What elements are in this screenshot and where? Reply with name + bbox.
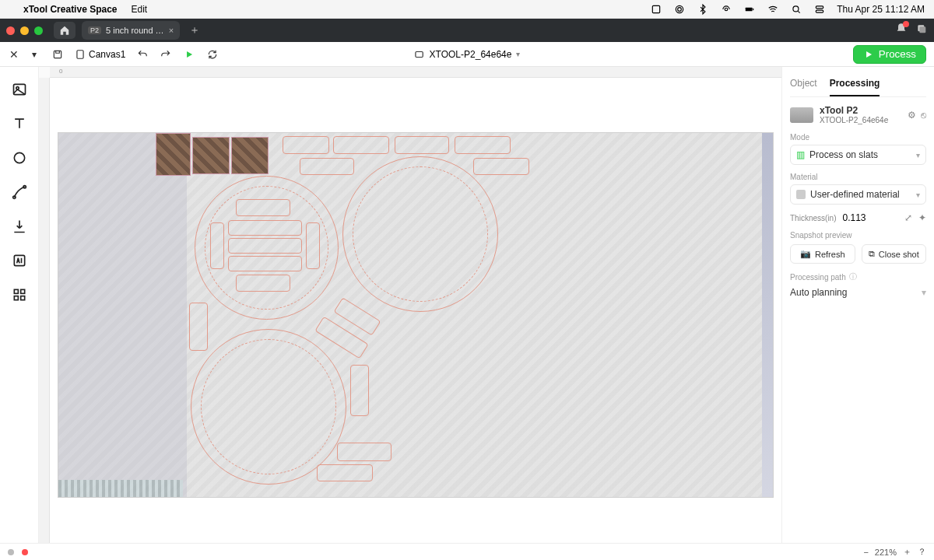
undo-icon[interactable] [136,48,149,61]
canvas-name[interactable]: Canvas1 [75,49,125,60]
vector-circle-dashed[interactable] [353,166,488,302]
vector-rect[interactable] [473,158,529,175]
tray-icon-1[interactable] [650,3,662,16]
vector-rect[interactable] [333,136,389,154]
battery-icon[interactable] [743,3,756,16]
thickness-label: Thickness(in) [790,214,836,222]
import-tool-icon[interactable] [11,218,28,235]
text-tool-icon[interactable] [11,115,28,132]
zoom-window-icon[interactable] [34,26,43,35]
zoom-value: 221% [875,548,897,557]
layers-icon[interactable] [915,23,928,38]
canvas-area[interactable]: 0 [39,67,781,543]
mode-label: Mode [790,133,926,142]
shape-tool-icon[interactable] [11,149,28,166]
measure-icon[interactable]: ✦ [918,212,926,223]
menubar-datetime[interactable]: Thu Apr 25 11:12 AM [837,4,925,15]
home-button[interactable] [54,22,75,39]
info-icon[interactable]: ⓘ [849,271,857,282]
snapshot-label: Snapshot preview [790,231,926,240]
wifi-icon[interactable] [767,3,779,16]
vector-rect[interactable] [350,365,369,416]
refresh-button[interactable]: 📷 Refresh [790,244,855,264]
svg-rect-0 [653,5,660,12]
refresh-icon[interactable] [206,48,219,61]
vector-circle-dashed[interactable] [201,339,336,474]
close-window-icon[interactable] [6,26,15,35]
new-tab-button[interactable]: ＋ [186,22,203,39]
autofocus-icon[interactable]: ⤢ [904,212,912,223]
svg-rect-21 [20,289,24,293]
vector-rect[interactable] [228,256,302,271]
tab-processing[interactable]: Processing [830,75,880,96]
window-tabbar: P2 5 inch round … × ＋ [0,19,934,42]
spotlight-icon[interactable] [790,3,802,16]
vector-tool-icon[interactable] [11,184,28,201]
vector-rect[interactable] [236,199,290,216]
svg-rect-10 [919,26,925,33]
traffic-lights[interactable] [6,26,43,35]
menu-edit[interactable]: Edit [132,4,148,15]
close-icon[interactable]: ✕ [8,48,20,61]
vector-rect[interactable] [300,158,354,175]
svg-point-6 [793,5,799,11]
material-select[interactable]: User-defined material ▾ [790,184,926,205]
zoom-out-button[interactable]: − [863,548,868,557]
help-icon[interactable]: ？ [918,546,926,558]
cloud-icon[interactable] [673,3,686,16]
device-selector[interactable]: XTOOL-P2_64e64e ▾ [414,49,521,60]
vector-rect[interactable] [337,443,392,461]
vector-rect[interactable] [317,464,373,481]
control-center-icon[interactable] [813,3,826,16]
vector-rect[interactable] [228,220,302,236]
vector-rect[interactable] [306,222,320,269]
status-dot-red-icon[interactable] [22,549,28,555]
vector-rect[interactable] [228,238,302,254]
tab-object[interactable]: Object [790,75,817,96]
svg-rect-12 [77,50,83,58]
apps-tool-icon[interactable] [11,286,28,303]
vector-rect[interactable] [236,275,290,292]
closeshot-button[interactable]: ⧉ Close shot [862,244,927,264]
vector-rect[interactable] [395,136,449,154]
device-settings-icon[interactable]: ⚙ [908,110,916,121]
airdrop-icon[interactable] [720,3,732,16]
bluetooth-icon[interactable] [697,3,709,16]
play-icon[interactable] [183,48,195,61]
vector-rect[interactable] [189,303,208,351]
document-tab[interactable]: P2 5 inch round … × [82,21,180,40]
device-name: xTool P2 [820,105,888,116]
raster-image[interactable] [192,137,230,174]
image-tool-icon[interactable] [11,81,28,98]
tab-badge: P2 [88,26,101,34]
minimize-window-icon[interactable] [20,26,29,35]
zoom-in-button[interactable]: ＋ [903,546,911,558]
status-dot-gray-icon[interactable] [8,549,14,555]
notifications-icon[interactable] [895,23,908,38]
thickness-input[interactable] [842,212,880,223]
slats-icon [58,480,183,497]
svg-rect-5 [753,8,753,9]
device-eject-icon[interactable]: ⎋ [921,110,926,121]
mode-select[interactable]: ▥ Process on slats ▾ [790,145,926,165]
vector-rect[interactable] [283,136,329,154]
svg-point-3 [725,8,729,11]
close-tab-icon[interactable]: × [169,26,174,35]
canvas[interactable] [50,78,781,543]
material-swatch-icon [796,190,806,199]
app-name[interactable]: xTool Creative Space [23,4,118,15]
redo-icon[interactable] [160,48,172,61]
vector-rect[interactable] [210,222,224,269]
processing-path-select[interactable]: Auto planning ▾ [790,287,926,298]
chevron-down-icon[interactable]: ▾ [28,48,40,61]
process-button[interactable]: Process [853,45,926,64]
device-row: xTool P2 XTOOL-P2_64e64e ⚙ ⎋ [790,105,926,125]
notification-dot-icon [903,21,909,27]
save-icon[interactable] [51,48,64,61]
svg-rect-7 [816,5,823,8]
raster-image[interactable] [156,133,191,176]
vector-rect[interactable] [455,136,511,154]
ai-tool-icon[interactable] [11,252,28,269]
raster-image[interactable] [231,137,269,174]
device-thumb-icon [790,107,813,123]
